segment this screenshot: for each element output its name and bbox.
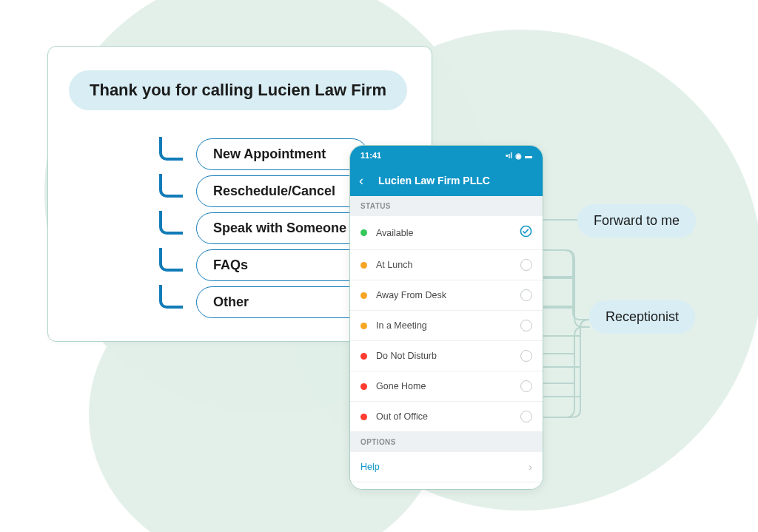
phone-navbar: ‹ Lucien Law Firm PLLC — [350, 165, 543, 196]
status-dot-icon — [360, 292, 367, 299]
status-row[interactable]: Out of Office — [350, 402, 543, 432]
ivr-menu-item[interactable]: Speak with Someone — [159, 209, 368, 246]
ivr-menu-item[interactable]: New Appointment — [159, 135, 368, 172]
connector-bracket — [543, 244, 595, 422]
ivr-menu-item[interactable]: FAQs — [159, 246, 368, 283]
status-row[interactable]: Do Not Disturb — [350, 341, 543, 371]
ivr-menu-item[interactable]: Reschedule/Cancel — [159, 172, 368, 209]
option-label: Help — [360, 462, 380, 472]
status-row[interactable]: In a Meeting — [350, 311, 543, 341]
phone-nav-title: Lucien Law Firm PLLC — [378, 175, 490, 186]
status-row-available[interactable]: Available — [350, 216, 543, 250]
status-row[interactable]: Away From Desk — [350, 280, 543, 311]
status-dot-icon — [360, 323, 367, 329]
statusbar-time: 11:41 — [360, 151, 381, 160]
routing-label-forward: Forward to me — [577, 204, 696, 238]
battery-icon: ▬ — [525, 152, 532, 160]
ivr-greeting: Thank you for calling Lucien Law Firm — [69, 70, 407, 110]
ivr-menu-label: Speak with Someone — [196, 212, 368, 244]
status-label: Available — [376, 228, 414, 238]
option-row-help[interactable]: Help › — [350, 452, 543, 482]
phone-statusbar: 11:41 •ıl ◉ ▬ — [350, 146, 543, 165]
tree-connector-icon — [159, 248, 183, 272]
ivr-menu-list: New Appointment Reschedule/Cancel Speak … — [159, 135, 368, 320]
back-icon[interactable]: ‹ — [359, 173, 363, 189]
ivr-menu-item[interactable]: Other — [159, 283, 368, 320]
ivr-menu-label: Reschedule/Cancel — [196, 175, 368, 207]
diagram-stage: Thank you for calling Lucien Law Firm Ne… — [0, 0, 758, 532]
status-dot-icon — [360, 414, 367, 420]
section-header-options: OPTIONS — [350, 432, 543, 452]
status-dot-icon — [360, 353, 367, 360]
option-row-notifications[interactable]: Notifications › — [350, 482, 543, 490]
signal-icon: •ıl — [506, 152, 512, 160]
tree-connector-icon — [159, 174, 183, 198]
chevron-right-icon: › — [529, 461, 532, 473]
status-label: Do Not Disturb — [376, 351, 437, 361]
routing-label-receptionist: Receptionist — [589, 300, 695, 334]
section-header-status: STATUS — [350, 196, 543, 216]
tree-connector-icon — [159, 285, 183, 309]
phone-mockup: 11:41 •ıl ◉ ▬ ‹ Lucien Law Firm PLLC STA… — [349, 145, 543, 490]
status-dot-icon — [360, 229, 367, 236]
status-dot-icon — [360, 383, 367, 390]
ivr-menu-label: New Appointment — [196, 138, 368, 170]
radio-empty-icon — [520, 380, 532, 392]
radio-empty-icon — [520, 320, 532, 331]
ivr-menu-label: FAQs — [196, 249, 368, 281]
check-circle-icon — [520, 225, 532, 240]
status-label: Gone Home — [376, 381, 426, 391]
tree-connector-icon — [159, 137, 183, 161]
radio-empty-icon — [520, 411, 532, 422]
ivr-menu-label: Other — [196, 286, 368, 318]
connector-forward — [543, 215, 580, 225]
tree-connector-icon — [159, 211, 183, 235]
status-dot-icon — [360, 262, 367, 269]
radio-empty-icon — [520, 289, 532, 301]
status-label: At Lunch — [376, 260, 412, 270]
status-row[interactable]: Gone Home — [350, 371, 543, 402]
status-label: Away From Desk — [376, 290, 446, 300]
wifi-icon: ◉ — [515, 152, 522, 160]
status-row[interactable]: At Lunch — [350, 250, 543, 280]
status-label: Out of Office — [376, 411, 428, 422]
statusbar-icons: •ıl ◉ ▬ — [506, 152, 532, 160]
radio-empty-icon — [520, 350, 532, 362]
radio-empty-icon — [520, 259, 532, 271]
status-label: In a Meeting — [376, 320, 427, 331]
